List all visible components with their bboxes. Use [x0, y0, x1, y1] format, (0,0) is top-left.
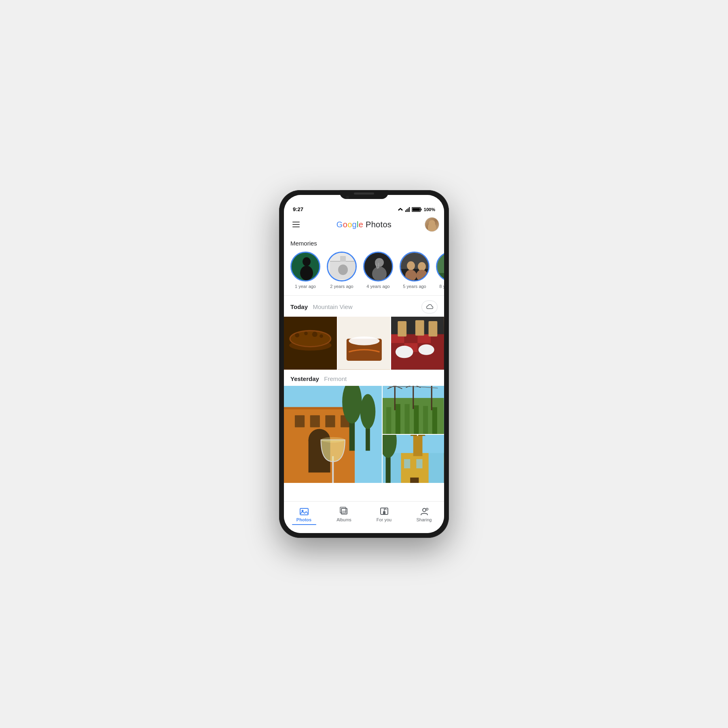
memories-row: 1 year ago 2 years ago [284, 250, 444, 295]
nav-photos[interactable]: Photos [284, 505, 324, 527]
today-location: Mountain View [313, 303, 353, 310]
memory-item-0[interactable]: 1 year ago [290, 252, 320, 289]
svg-rect-3 [408, 208, 408, 212]
svg-rect-59 [295, 415, 305, 427]
camera [346, 196, 349, 199]
menu-line [292, 224, 300, 225]
svg-point-36 [312, 332, 317, 337]
battery-pct: 100% [424, 207, 435, 212]
svg-point-41 [349, 336, 379, 345]
yesterday-location: Fremont [324, 375, 347, 382]
memory-circle-4 [436, 252, 444, 281]
memory-label-1: 2 years ago [330, 284, 353, 289]
avatar[interactable] [425, 217, 439, 232]
svg-rect-98 [417, 459, 423, 468]
svg-rect-29 [437, 273, 444, 281]
svg-point-109 [426, 508, 428, 510]
foryou-icon [379, 506, 390, 516]
memory-circle-0 [290, 252, 320, 281]
svg-point-27 [416, 270, 427, 281]
svg-rect-100 [300, 508, 308, 515]
svg-marker-0 [398, 208, 403, 211]
today-header: Today Mountain View [284, 296, 444, 317]
svg-point-10 [303, 257, 311, 266]
phone-screen: 9:27 100% [284, 195, 444, 533]
svg-rect-1 [405, 210, 406, 212]
svg-point-35 [304, 332, 308, 335]
svg-rect-15 [340, 256, 346, 262]
today-photos-grid [284, 317, 444, 370]
svg-point-11 [300, 266, 313, 280]
memory-item-3[interactable]: 5 years ago [400, 252, 430, 289]
battery-icon [412, 207, 422, 212]
bottom-nav: Photos Albums [284, 501, 444, 533]
speaker [354, 193, 374, 195]
menu-line [292, 222, 300, 222]
svg-point-26 [418, 262, 426, 271]
svg-point-25 [405, 270, 417, 281]
memory-label-3: 5 years ago [403, 284, 426, 289]
wifi-icon [397, 207, 404, 212]
app-title: Google Photos [307, 220, 421, 229]
photos-icon [298, 506, 310, 516]
svg-rect-60 [310, 415, 320, 427]
memory-circle-3 [400, 252, 430, 281]
memory-item-1[interactable]: 2 years ago [327, 252, 357, 289]
photo-church[interactable] [383, 435, 444, 483]
memory-item-4[interactable]: 8 years ago [436, 252, 444, 289]
svg-point-37 [320, 334, 323, 338]
svg-point-108 [423, 508, 426, 512]
memories-label: Memories [284, 235, 444, 250]
svg-rect-6 [421, 209, 421, 210]
svg-rect-99 [411, 477, 419, 483]
albums-icon [339, 506, 350, 516]
photo-food-dessert[interactable] [338, 317, 391, 370]
memory-label-2: 4 years ago [366, 284, 389, 289]
memory-circle-1 [327, 252, 357, 281]
photos-nav-label: Photos [296, 517, 311, 522]
svg-rect-7 [412, 208, 420, 211]
sharing-nav-label: Sharing [417, 517, 432, 522]
nav-albums[interactable]: Albums [324, 505, 364, 527]
scroll-content[interactable]: Memories 1 year ago [284, 235, 444, 501]
sharing-icon [419, 506, 430, 516]
memory-label-0: 1 year ago [295, 284, 316, 289]
signal-icon [405, 207, 410, 212]
yesterday-header: Yesterday Fremont [284, 370, 444, 386]
svg-point-24 [407, 261, 415, 270]
svg-point-19 [372, 267, 387, 281]
menu-button[interactable] [289, 217, 303, 232]
svg-rect-107 [383, 511, 385, 514]
nav-foryou[interactable]: For you [364, 505, 404, 527]
phone-notch [340, 190, 388, 199]
svg-rect-61 [325, 415, 335, 427]
svg-rect-97 [404, 459, 410, 468]
svg-point-68 [360, 394, 376, 429]
svg-point-71 [321, 437, 345, 442]
cloud-icon [425, 304, 434, 310]
status-icons: 100% [397, 207, 435, 212]
nav-sharing[interactable]: Sharing [404, 505, 444, 527]
cloud-upload-button[interactable] [421, 301, 438, 313]
svg-rect-54 [429, 321, 438, 336]
photo-vineyard[interactable] [383, 386, 444, 434]
albums-nav-label: Albums [336, 517, 351, 522]
photo-food-pie[interactable] [284, 317, 337, 370]
svg-rect-2 [406, 209, 407, 212]
svg-rect-93 [413, 435, 423, 456]
memory-label-4: 8 years ago [439, 284, 444, 289]
clock: 9:27 [293, 206, 303, 212]
memory-item-2[interactable]: 4 years ago [363, 252, 393, 289]
svg-point-50 [396, 346, 413, 358]
photo-food-table[interactable] [391, 317, 444, 370]
foryou-nav-label: For you [377, 517, 392, 522]
svg-rect-4 [409, 207, 410, 212]
svg-rect-53 [415, 320, 424, 336]
memory-circle-2 [363, 252, 393, 281]
app-header: Google Photos [284, 215, 444, 235]
menu-line [292, 226, 300, 227]
phone-frame: 9:27 100% [279, 190, 449, 538]
today-label: Today [290, 303, 308, 310]
svg-point-33 [289, 330, 332, 348]
photo-building-wine[interactable] [284, 386, 382, 483]
